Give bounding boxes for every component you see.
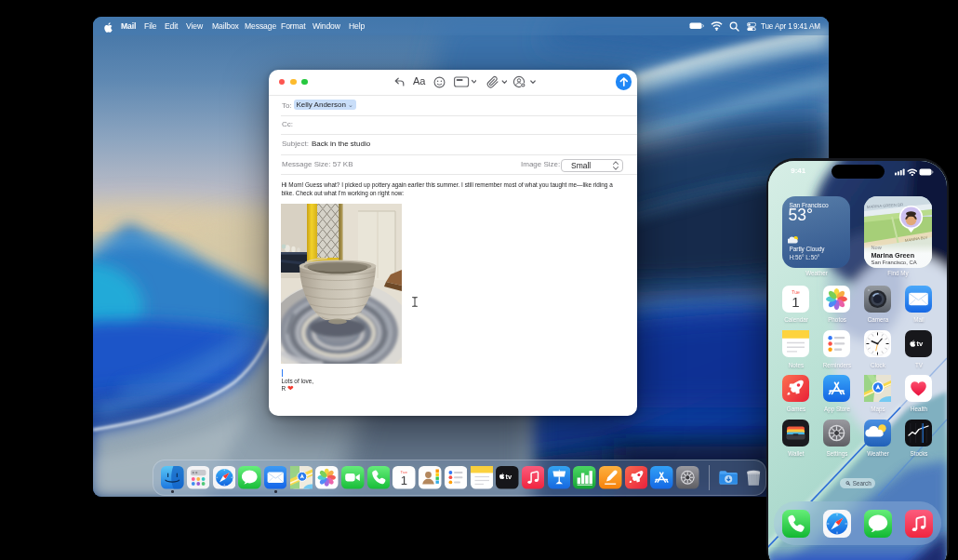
svg-text:tv: tv bbox=[917, 340, 925, 349]
svg-text:tv: tv bbox=[506, 473, 512, 481]
svg-text:1: 1 bbox=[401, 473, 407, 487]
svg-text:1: 1 bbox=[792, 294, 800, 310]
